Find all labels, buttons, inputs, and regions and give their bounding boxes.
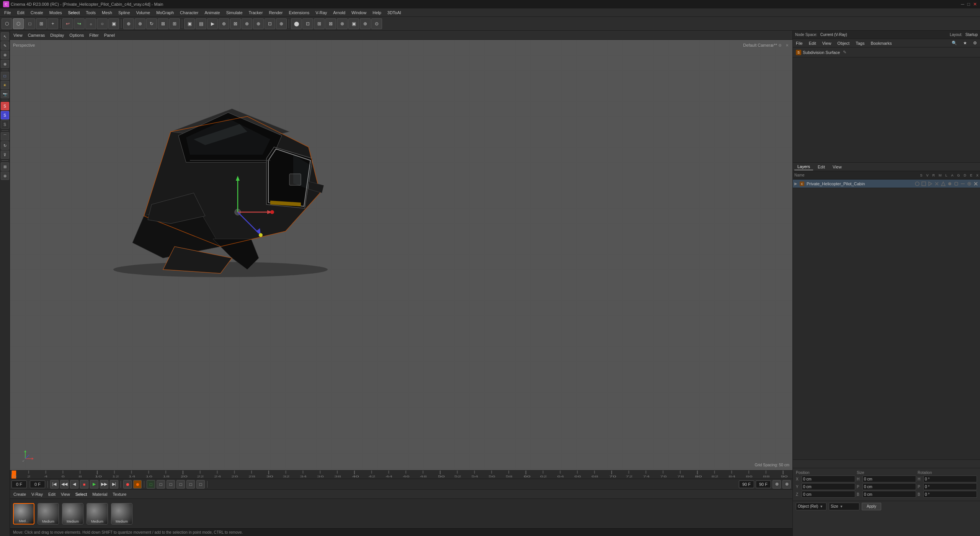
material-2[interactable]: Medium xyxy=(38,503,59,525)
toolbar-transform[interactable]: ⊠ xyxy=(158,18,168,29)
sidebar-mograph[interactable]: ⊞ xyxy=(1,162,9,171)
bt-material[interactable]: Material xyxy=(90,491,109,497)
sidebar-light[interactable]: ☀ xyxy=(1,81,9,89)
viewport-close-icon[interactable]: ✕ xyxy=(784,42,790,48)
toolbar-select-live[interactable]: ⬦ xyxy=(85,18,96,29)
material-1[interactable]: Med... xyxy=(13,503,34,525)
vp-menu-options[interactable]: Options xyxy=(67,32,86,38)
bt-create[interactable]: Create xyxy=(11,491,28,497)
toolbar-view5[interactable]: ⊗ xyxy=(337,18,348,29)
mode4-btn[interactable]: □ xyxy=(176,480,185,489)
toolbar-render1[interactable]: ▣ xyxy=(184,18,195,29)
stop-btn[interactable]: ■ xyxy=(80,480,88,489)
bt-view[interactable]: View xyxy=(59,491,72,497)
mode3-btn[interactable]: □ xyxy=(167,480,175,489)
menu-volume[interactable]: Volume xyxy=(134,10,153,16)
record-btn[interactable]: ⏺ xyxy=(123,480,132,489)
sidebar-brush[interactable]: ⊕ xyxy=(1,51,9,59)
menu-simulate[interactable]: Simulate xyxy=(224,10,245,16)
layer-vis-a[interactable] xyxy=(947,181,952,186)
playback-settings2[interactable]: ⊗ xyxy=(782,480,791,489)
play-btn[interactable]: ▶ xyxy=(90,480,98,489)
toolbar-mode1[interactable]: ⬡ xyxy=(2,18,12,29)
ne-file[interactable]: File xyxy=(794,40,804,46)
breadcrumb-edit-icon[interactable]: ✎ xyxy=(843,50,846,55)
material-5[interactable]: Medium xyxy=(111,503,132,525)
menu-modes[interactable]: Modes xyxy=(47,10,65,16)
viewport[interactable]: Perspective Default Camera ** ⊕ ⚙ ✕ xyxy=(10,40,792,470)
layers-tab-edit[interactable]: Edit xyxy=(815,164,828,170)
rot-p-input[interactable] xyxy=(923,483,977,490)
toolbar-mode5[interactable]: + xyxy=(47,18,58,29)
size-h-input[interactable] xyxy=(862,476,916,482)
next-btn[interactable]: ▶▶ xyxy=(100,480,108,489)
ne-settings-icon[interactable]: ⚙ xyxy=(972,40,978,46)
toolbar-transform2[interactable]: ⊞ xyxy=(169,18,180,29)
ne-star-icon[interactable]: ★ xyxy=(962,40,969,46)
layer-expand-arrow[interactable]: ▶ xyxy=(794,181,799,186)
object-type-dropdown[interactable]: Object (Rel) ▼ xyxy=(796,503,826,510)
menu-mograph[interactable]: MoGraph xyxy=(154,10,176,16)
sidebar-s2[interactable]: S xyxy=(1,111,9,119)
pos-x-input[interactable] xyxy=(802,476,855,482)
layer-vis-g[interactable] xyxy=(954,181,959,186)
sidebar-s3[interactable]: S xyxy=(1,120,9,129)
go-to-end-btn[interactable]: ▶| xyxy=(110,480,118,489)
menu-extensions[interactable]: Extensions xyxy=(286,10,312,16)
size-b-input[interactable] xyxy=(862,491,916,498)
sidebar-paint[interactable]: ✎ xyxy=(1,41,9,50)
toolbar-render3[interactable]: ▶ xyxy=(207,18,218,29)
toolbar-undo[interactable]: ↩ xyxy=(62,18,73,29)
layer-vis-x[interactable] xyxy=(973,181,978,186)
ne-edit[interactable]: Edit xyxy=(807,40,818,46)
toolbar-view4[interactable]: ⊠ xyxy=(325,18,336,29)
size-p-input[interactable] xyxy=(862,483,916,490)
ne-object[interactable]: Object xyxy=(836,40,851,46)
timeline-area[interactable]: 0 2 4 6 8 10 12 14 16 xyxy=(10,470,792,479)
rot-h-input[interactable] xyxy=(923,476,977,482)
menu-animate[interactable]: Animate xyxy=(202,10,222,16)
toolbar-view1[interactable]: ⬤ xyxy=(291,18,302,29)
node-space-value[interactable]: Current (V-Ray) xyxy=(820,33,847,37)
ne-tags[interactable]: Tags xyxy=(854,40,866,46)
sidebar-taper[interactable]: ⊽ xyxy=(1,150,9,159)
end-frame-input[interactable] xyxy=(30,480,45,488)
size-type-dropdown[interactable]: Size ▼ xyxy=(829,503,859,510)
layer-row-helicopter[interactable]: ▶ C Private_Helicopter_Pilot_Cabin xyxy=(793,180,980,188)
menu-edit[interactable]: Edit xyxy=(15,10,27,16)
menu-create[interactable]: Create xyxy=(28,10,46,16)
mode1-btn[interactable]: □ xyxy=(147,480,155,489)
toolbar-view2[interactable]: ⊡ xyxy=(302,18,313,29)
toolbar-redo[interactable]: ↪ xyxy=(74,18,85,29)
menu-render[interactable]: Render xyxy=(266,10,285,16)
material-3[interactable]: Medium xyxy=(62,503,83,525)
toolbar-view8[interactable]: ⊙ xyxy=(371,18,382,29)
menu-arnold[interactable]: Arnold xyxy=(330,10,348,16)
bt-vray[interactable]: V-Ray xyxy=(29,491,45,497)
vp-menu-view[interactable]: View xyxy=(11,32,24,38)
menu-window[interactable]: Window xyxy=(349,10,369,16)
material-4[interactable]: Medium xyxy=(87,503,108,525)
mode6-btn[interactable]: □ xyxy=(196,480,205,489)
pos-y-input[interactable] xyxy=(802,483,855,490)
toolbar-select-poly[interactable]: ▣ xyxy=(108,18,119,29)
sidebar-cube[interactable]: □ xyxy=(1,72,9,80)
menu-select[interactable]: Select xyxy=(65,10,83,16)
layer-vis-d[interactable] xyxy=(960,181,965,186)
ne-bookmarks[interactable]: Bookmarks xyxy=(869,40,893,46)
viewport-maximize-icon[interactable]: ⊕ xyxy=(769,42,776,48)
layer-vis-s[interactable] xyxy=(915,181,920,186)
viewport-settings-icon[interactable]: ⚙ xyxy=(777,42,783,48)
layers-tab-layers[interactable]: Layers xyxy=(794,163,813,170)
menu-mesh[interactable]: Mesh xyxy=(99,10,115,16)
menu-character[interactable]: Character xyxy=(177,10,201,16)
toolbar-render7[interactable]: ⊕ xyxy=(253,18,264,29)
menu-file[interactable]: File xyxy=(2,10,14,16)
layer-vis-v[interactable] xyxy=(921,181,926,186)
pos-z-input[interactable] xyxy=(802,491,855,498)
menu-vray[interactable]: V-Ray xyxy=(313,10,330,16)
layer-vis-e[interactable] xyxy=(967,181,972,186)
menu-spline[interactable]: Spline xyxy=(116,10,133,16)
timeline-ruler[interactable]: 0 2 4 6 8 10 12 14 16 xyxy=(11,471,791,479)
sidebar-s1[interactable]: S xyxy=(1,102,9,110)
